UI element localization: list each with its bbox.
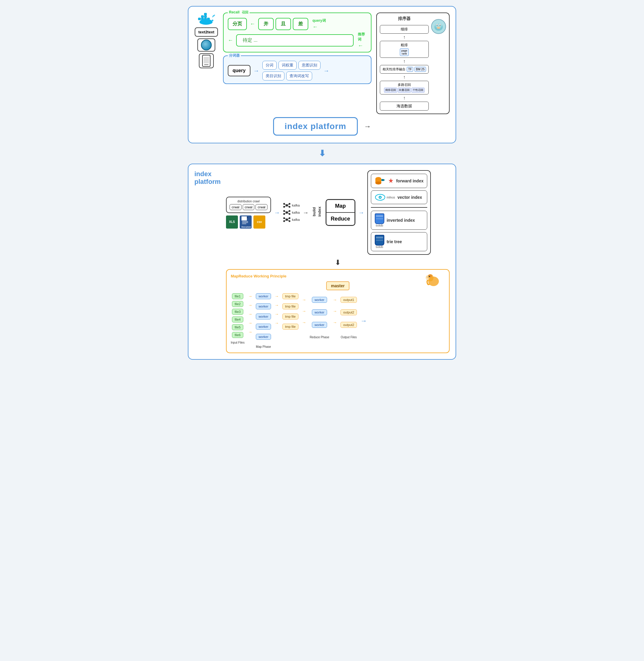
svg-point-18 bbox=[440, 25, 441, 26]
boltdb-icon-trie: boltdb bbox=[375, 235, 384, 249]
boltdb-icon-inverted: boltdb bbox=[375, 213, 384, 227]
down-arrow-mr: ⬇ bbox=[226, 258, 450, 267]
token-rewrite: 查询词改写 bbox=[286, 72, 312, 80]
output2: output2 bbox=[341, 309, 357, 315]
svg-rect-0 bbox=[198, 18, 201, 20]
svg-point-36 bbox=[285, 211, 288, 214]
kafka-1: kafka bbox=[283, 210, 300, 215]
svg-point-27 bbox=[285, 204, 288, 207]
fine-rank-node: 细排 bbox=[380, 25, 429, 34]
reduce-phase-label: Reduce Phase bbox=[310, 335, 329, 339]
coarse-rank-node: 粗排 pagerank bbox=[380, 41, 429, 58]
crwal-0: crwal bbox=[230, 204, 242, 210]
mr-diagram-area: master file1 file2 file3 file4 file5 bbox=[231, 281, 445, 348]
svg-rect-24 bbox=[242, 222, 248, 223]
section-arrow: ⬇ bbox=[188, 149, 456, 158]
svg-point-56 bbox=[375, 182, 381, 185]
token-intent: 意图识别 bbox=[298, 61, 321, 70]
build-mr-area: build index bbox=[312, 203, 322, 222]
file1: file1 bbox=[232, 293, 243, 299]
index-platform-label-area: index platform bbox=[194, 170, 221, 186]
main-container: text2text bbox=[188, 6, 456, 360]
svg-rect-23 bbox=[242, 221, 248, 222]
xls-icon: XLS bbox=[226, 215, 238, 229]
svg-point-19 bbox=[437, 26, 440, 29]
client-area: text2text bbox=[194, 13, 218, 68]
fenye-box: 分页 bbox=[228, 18, 247, 30]
vector-index-item: milvus vector index bbox=[371, 190, 428, 204]
arrow-down-3: ↑ bbox=[403, 75, 406, 79]
outputs-col: output1 output2 output2 Output Files bbox=[341, 293, 357, 339]
map-reduce-box: Map Reduce bbox=[326, 199, 355, 226]
arrows-to-workers: → → → → → bbox=[248, 293, 252, 334]
query-word-label: query词 bbox=[313, 18, 326, 23]
output-files-label: Output Files bbox=[341, 335, 357, 339]
mysql-icon: MySQL bbox=[375, 176, 386, 185]
mapreduce-principle-box: MapReduce Working Principle bbox=[226, 269, 450, 353]
file2: file2 bbox=[232, 301, 243, 307]
kafka-2: kafka bbox=[283, 217, 300, 222]
reduce-worker-1: worker bbox=[312, 309, 327, 315]
forward-index-item: MySQL forward index bbox=[371, 174, 428, 188]
reduce-worker-0: worker bbox=[312, 297, 327, 303]
arrow-left-query: ← bbox=[313, 24, 326, 30]
kafka-label-1: kafka bbox=[292, 211, 300, 214]
gopher-icon bbox=[431, 19, 446, 34]
hadoop-icon bbox=[425, 273, 442, 289]
arrow-left-recall: ← bbox=[250, 21, 255, 27]
index-panel: MySQL forward index bbox=[367, 170, 431, 255]
tf-badge: TF bbox=[407, 67, 413, 72]
browser-card bbox=[198, 39, 215, 51]
svg-point-17 bbox=[437, 25, 438, 26]
map-label: Map bbox=[326, 200, 354, 213]
reduce-worker-2: worker bbox=[312, 322, 327, 328]
arrow-kafka-build: → bbox=[303, 209, 308, 216]
recall-tag-2: 个性召回 bbox=[411, 88, 424, 93]
tmp-files-col: tmp file tmp file tmp file tmp file bbox=[282, 293, 298, 330]
kafka-logo-2 bbox=[283, 217, 291, 222]
svg-rect-3 bbox=[201, 16, 204, 18]
arrow-down-4: ↑ bbox=[403, 96, 406, 100]
kafka-logo-0 bbox=[283, 202, 291, 208]
kafka-label-2: kafka bbox=[292, 218, 300, 221]
sea-data-node: 海选数据 bbox=[380, 102, 429, 111]
worker-0: worker bbox=[256, 293, 271, 299]
worker-1: worker bbox=[256, 303, 271, 309]
page-rank-badge: pagerank bbox=[400, 48, 409, 56]
master-area: master bbox=[231, 281, 445, 290]
inverted-index-label: inverted index bbox=[387, 218, 415, 222]
token-category: 类目识别 bbox=[262, 72, 284, 80]
reduce-workers-col: worker worker worker Reduce Phase bbox=[310, 293, 329, 339]
arrow-right-tokenizer: → bbox=[253, 67, 259, 74]
svg-point-8 bbox=[200, 19, 212, 24]
text2text-label: text2text bbox=[198, 30, 214, 34]
arrows-to-reduce: → → → bbox=[302, 293, 306, 325]
vector-index-label: vector index bbox=[397, 195, 422, 200]
svg-rect-5 bbox=[204, 13, 207, 15]
trie-tree-label: trie tree bbox=[387, 239, 402, 244]
crawl-box: distribution crawl crwal crwal crwal bbox=[226, 197, 271, 213]
index-platform-label: index platform bbox=[194, 170, 221, 186]
recall-label: Recall 召回 bbox=[228, 10, 250, 15]
arrows-to-outputs: → → → bbox=[333, 293, 337, 325]
pending-box: 待定 ... bbox=[236, 34, 353, 47]
file3: file3 bbox=[232, 309, 243, 315]
tmpfile-3: tmp file bbox=[282, 324, 298, 330]
crwal-2: crwal bbox=[255, 204, 268, 210]
op-bing: 并 bbox=[258, 18, 274, 30]
arrow-down-1: ↑ bbox=[403, 35, 406, 40]
ranker-pipeline: 排序器 细排 ↑ 粗排 pagerank ↑ 相关性排序融合 bbox=[380, 16, 429, 111]
worker-4: worker bbox=[256, 334, 271, 340]
token-fenci: 分词 bbox=[262, 61, 277, 70]
svg-point-66 bbox=[429, 276, 430, 277]
svg-rect-10 bbox=[204, 57, 209, 64]
output1: output1 bbox=[341, 297, 357, 303]
mr-flow: file1 file2 file3 file4 file5 file6 Inpu… bbox=[231, 293, 445, 348]
tokenizer-box: 分词器 query → 分词 词权重 意图识别 类目识别 bbox=[223, 55, 371, 84]
arrow-right-tokenizer2: → bbox=[323, 67, 329, 74]
worker-3: worker bbox=[256, 324, 271, 330]
arrow-to-index: → bbox=[361, 317, 367, 325]
svg-marker-58 bbox=[389, 178, 393, 183]
go-gopher-area bbox=[431, 16, 446, 34]
file5: file5 bbox=[232, 324, 243, 330]
